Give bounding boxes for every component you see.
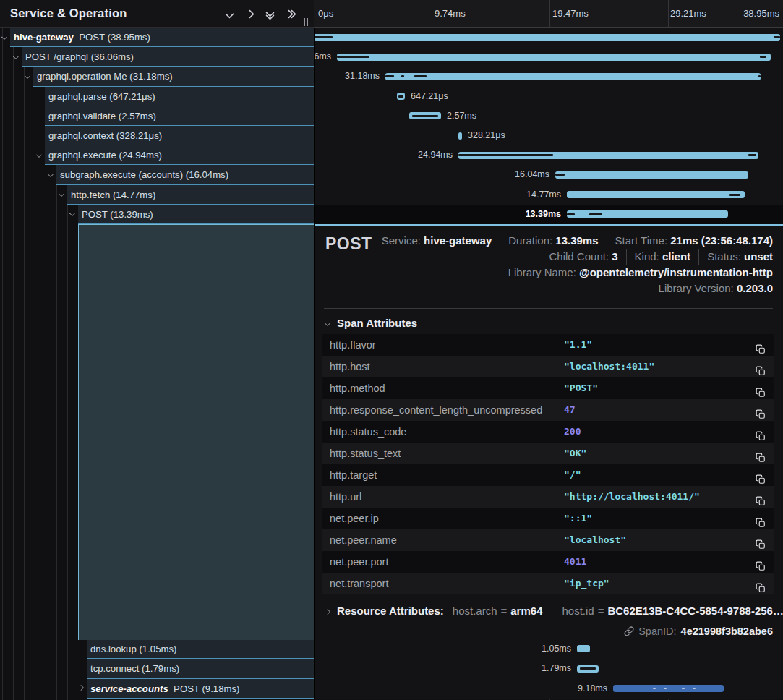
overview-item-duration: Duration: 13.39ms [500,233,598,249]
span-row-hive-gateway-post[interactable]: hive-gateway POST (38.95ms) [0,27,314,47]
waterfall-row-graphql-validate: 2.57ms [314,106,783,126]
expand-all-icon[interactable] [282,7,298,21]
duration-label: 9.18ms [578,679,607,699]
span-row-graphql-validate[interactable]: graphql.validate (2.57ms) [0,106,314,126]
duration-bar[interactable] [337,54,771,61]
span-label: http.fetch (14.77ms) [71,185,155,205]
copy-icon[interactable] [756,405,766,415]
span-row-graphql-parse[interactable]: graphql.parse (647.21μs) [0,87,314,106]
attribute-key: http.target [330,464,377,486]
resource-attributes-toggle[interactable]: Resource Attributes:host.arch=arm64host.… [324,602,783,620]
duration-bar[interactable] [409,112,441,119]
timeline-header: 0μs9.74ms19.47ms29.21ms38.95ms [314,0,783,28]
expander-chevron-down-icon[interactable] [69,210,75,216]
link-icon[interactable] [624,626,634,636]
attribute-row-http-flavor: http.flavor"1.1" [322,334,774,356]
span-row-http-fetch[interactable]: http.fetch (14.77ms) [0,185,314,205]
overview-label: Kind: [635,250,662,262]
duration-bar[interactable] [577,645,590,652]
collapse-one-icon[interactable] [221,7,237,21]
child-span-marker [401,75,404,77]
span-row-service-accounts-post[interactable]: service-accounts POST (9.18ms) [0,679,314,699]
attribute-value: "ip_tcp" [564,573,609,594]
expander-chevron-down-icon[interactable] [36,152,42,158]
duration-bar[interactable] [567,210,728,218]
waterfall-row-post-graphql: 36.06ms [314,47,783,67]
span-label: tcp.connect (1.79ms) [90,659,179,679]
duration-bar[interactable] [458,132,462,140]
span-row-graphql-operation-me[interactable]: graphql.operation Me (31.18ms) [0,67,314,86]
copy-icon[interactable] [756,557,766,567]
duration-bar[interactable] [567,191,745,198]
copy-icon[interactable] [756,340,766,350]
duration-bar[interactable] [385,73,761,80]
copy-icon[interactable] [756,535,766,545]
copy-icon[interactable] [756,513,766,524]
panel-resize-handle[interactable] [304,18,308,26]
span-row-graphql-execute[interactable]: graphql.execute (24.94ms) [0,145,314,165]
attribute-key: net.transport [330,573,388,594]
span-row-dns-lookup[interactable]: dns.lookup (1.05ms) [0,639,314,660]
copy-icon[interactable] [756,383,766,393]
duration-bar[interactable] [314,34,780,41]
waterfall-row-graphql-parse: 647.21μs [314,87,783,106]
duration-bar[interactable] [397,93,405,100]
attribute-key: http.status_code [330,421,406,443]
service-name: service-accounts [90,683,168,694]
span-label: subgraph.execute (accounts) (16.04ms) [60,165,228,184]
span-row-post[interactable]: POST (13.39ms) [0,205,314,224]
timeline-tick: 38.95ms [743,0,779,27]
span-label: hive-gateway POST (38.95ms) [14,27,150,47]
copy-icon[interactable] [756,492,766,502]
span-row-tcp-connect[interactable]: tcp.connect (1.79ms) [0,659,314,679]
expander-chevron-down-icon[interactable] [13,54,19,59]
attribute-value: 47 [564,399,576,421]
waterfall-row-subgraph-execute-accounts: 16.04ms [314,165,783,184]
expander-chevron-down-icon[interactable] [25,73,30,79]
attribute-key: http.host [330,356,370,377]
span-label: dns.lookup (1.05ms) [90,639,176,660]
separator [552,606,552,616]
attribute-value: "1.1" [564,334,592,356]
duration-bar[interactable] [458,152,758,159]
attribute-row-net-peer-port: net.peer.port4011 [322,551,774,573]
overview-label: Library Name: [508,266,579,278]
duration-bar[interactable] [555,171,748,179]
gridline [668,0,669,27]
duration-bar[interactable] [613,685,724,692]
span-attributes-toggle[interactable]: Span Attributes [324,315,417,331]
collapse-all-icon[interactable] [262,7,278,21]
expander-chevron-down-icon[interactable] [59,191,64,197]
overview-value: @opentelemetry/instrumentation-http [579,266,773,278]
attribute-value: "/" [564,464,581,486]
span-label: graphql.execute (24.94ms) [48,145,162,165]
span-row-subgraph-execute-accounts[interactable]: subgraph.execute (accounts) (16.04ms) [0,165,314,184]
expander-chevron-down-icon[interactable] [1,33,7,39]
chevron-right-icon [325,609,330,615]
attribute-row-http-response-content-length-uncompressed: http.response_content_length_uncompresse… [322,399,774,421]
expand-one-icon[interactable] [241,7,257,21]
duration-bar[interactable] [577,665,599,673]
span-row-graphql-context[interactable]: graphql.context (328.21μs) [0,126,314,145]
attribute-value: 200 [564,421,581,443]
copy-icon[interactable] [756,448,766,458]
span-row-post-graphql[interactable]: POST /graphql (36.06ms) [0,47,314,67]
copy-icon[interactable] [756,362,766,372]
child-span-marker [760,56,766,58]
timeline-tick: 0μs [318,0,333,27]
attribute-row-http-target: http.target"/" [322,464,774,486]
copy-icon[interactable] [756,470,766,480]
resource-value: arm64 [510,605,542,617]
attribute-value: "OK" [564,443,586,464]
child-span-marker [314,36,333,38]
timeline-tick: 9.74ms [435,0,466,27]
child-span-marker [458,154,553,156]
copy-icon[interactable] [756,427,766,437]
overview-value: hive-gateway [424,234,492,247]
duration-label: 24.94ms [418,145,453,165]
selected-span-region [78,224,315,640]
copy-icon[interactable] [756,579,766,589]
expander-chevron-down-icon[interactable] [48,171,54,177]
child-span-marker [385,75,394,77]
expander-chevron-right-icon[interactable] [78,685,84,691]
